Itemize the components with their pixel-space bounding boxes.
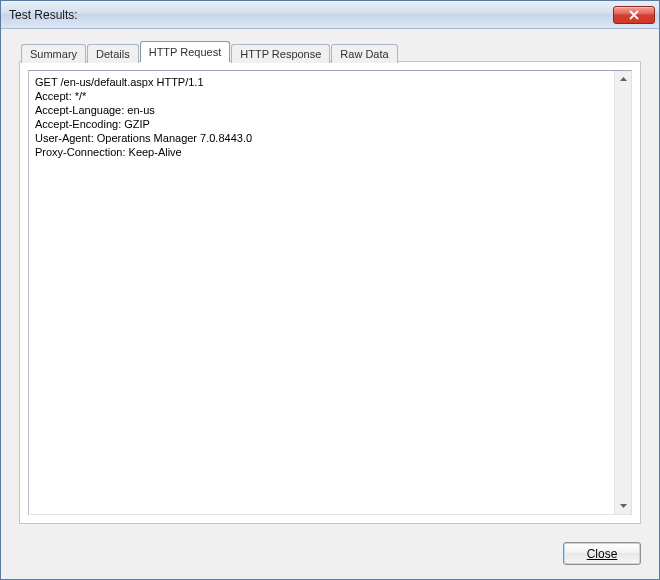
tab-strip: Summary Details HTTP Request HTTP Respon… (19, 41, 641, 62)
dialog-buttons: Close (1, 532, 659, 579)
vertical-scrollbar[interactable] (614, 71, 631, 514)
tab-panel: GET /en-us/default.aspx HTTP/1.1 Accept:… (19, 61, 641, 524)
chevron-up-icon (620, 76, 627, 83)
window-close-button[interactable] (613, 6, 655, 24)
content-area: Summary Details HTTP Request HTTP Respon… (1, 29, 659, 532)
tab-summary[interactable]: Summary (21, 44, 86, 63)
chevron-down-icon (620, 502, 627, 509)
tab-http-request[interactable]: HTTP Request (140, 41, 231, 62)
tab-raw-data[interactable]: Raw Data (331, 44, 397, 63)
close-button[interactable]: Close (563, 542, 641, 565)
test-results-window: Test Results: Summary Details HTTP Reque… (0, 0, 660, 580)
tab-details[interactable]: Details (87, 44, 139, 63)
titlebar: Test Results: (1, 1, 659, 29)
tab-http-response[interactable]: HTTP Response (231, 44, 330, 63)
scroll-up-button[interactable] (615, 71, 632, 88)
window-title: Test Results: (9, 8, 613, 22)
scroll-down-button[interactable] (615, 497, 632, 514)
http-request-textbox[interactable]: GET /en-us/default.aspx HTTP/1.1 Accept:… (28, 70, 632, 515)
http-request-content: GET /en-us/default.aspx HTTP/1.1 Accept:… (29, 71, 614, 514)
close-icon (629, 10, 639, 20)
